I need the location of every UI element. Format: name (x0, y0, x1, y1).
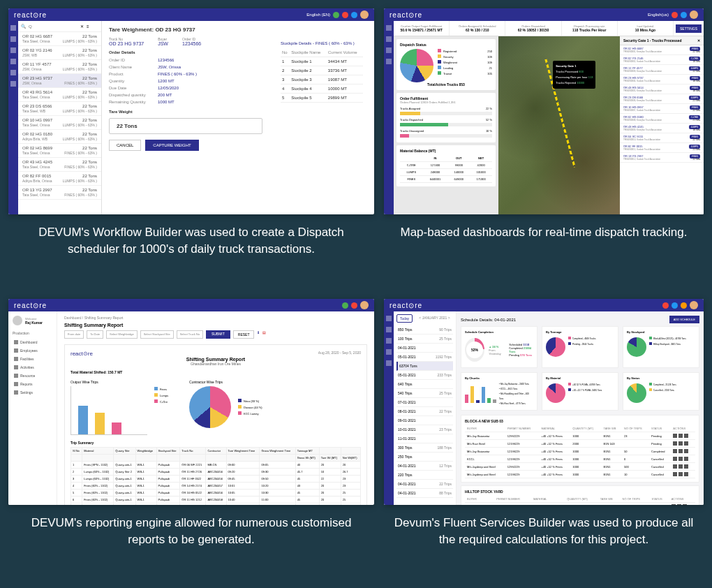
date-list-item[interactable]: 05-01-2021233 Trips (396, 371, 453, 380)
delete-icon[interactable] (684, 434, 688, 438)
delete-icon[interactable] (684, 441, 688, 446)
nav-item[interactable]: Reports (13, 380, 52, 388)
view-icon[interactable] (673, 464, 677, 469)
date-list-item[interactable]: 540 Trips25 Trips (396, 389, 453, 398)
processed-truck-row[interactable]: OR 43 HG 4245TR99200009, Keonjhar Truck … (620, 124, 704, 133)
map-icon[interactable] (386, 36, 392, 42)
date-list-item[interactable]: 11-01-2021 (396, 434, 453, 443)
apps-icon[interactable] (672, 302, 678, 309)
user-avatar[interactable] (360, 10, 369, 19)
truck-list-item[interactable]: OR 13 YG 299722 TonsTata Steel, OrissaFI… (18, 186, 101, 200)
truck-list-item[interactable]: OR 02 HG 018022 TonsAditya Birla, WBLUMP… (18, 130, 101, 144)
truck-list-item[interactable]: OR 23 HG 973722 TonsJSW, OrissaFINES ( 6… (18, 74, 101, 88)
processed-truck-row[interactable]: OR 23 HG 9737TR99200004, Suakati Truck A… (620, 75, 704, 84)
date-list-item[interactable]: 63704 Tons (396, 362, 453, 371)
date-list-item[interactable]: 07-01-2021 (396, 398, 453, 407)
nav-item[interactable]: Dashboard (13, 338, 52, 346)
stockpile-row[interactable]: 4Stockpile 410000 MT (281, 84, 363, 94)
processed-truck-row[interactable]: OR 02 YG 2146TR99200002, Suakati Truck A… (620, 55, 704, 65)
truck-list-item[interactable]: OR 11 YF 457722 TonsJSW, OrissaLUMPS ( 6… (18, 60, 101, 74)
apps-icon[interactable] (351, 12, 357, 18)
delete-icon[interactable] (684, 449, 688, 453)
language-switch[interactable]: English (EN) (306, 13, 330, 17)
search-input[interactable] (29, 24, 77, 29)
view-icon[interactable] (673, 457, 677, 461)
settings-icon[interactable] (10, 70, 16, 75)
edit-icon[interactable] (678, 464, 683, 469)
list-icon[interactable] (10, 36, 16, 42)
processed-truck-row[interactable]: OR 10 HG 0997TR99200007, Suakati Truck A… (620, 104, 704, 114)
home-icon[interactable] (386, 25, 392, 31)
date-list-item[interactable]: 640 Trips (396, 380, 453, 389)
edit-icon[interactable] (678, 457, 683, 461)
edit-icon[interactable] (677, 504, 681, 505)
gear-icon[interactable] (386, 59, 392, 64)
processed-truck-row[interactable]: OR 11 YF 4577TR99200003, Keonjhar Truck … (620, 65, 704, 75)
stockpile-row[interactable]: 5Stockpile 529899 MT (281, 94, 363, 103)
truck-list-item[interactable]: OR 02 HG 869922 TonsTata Steel, OrissaFI… (18, 144, 101, 158)
view-icon[interactable] (673, 449, 677, 453)
truck-list-item[interactable]: OR 43 RG 561422 TonsTata Steel, OrissaLU… (18, 88, 101, 102)
edit-icon[interactable] (678, 472, 683, 476)
user-avatar[interactable] (690, 10, 698, 19)
delete-icon[interactable] (684, 457, 688, 461)
delete-icon[interactable] (683, 504, 687, 505)
pdf-icon[interactable]: ▤ (262, 330, 266, 339)
chart-icon[interactable] (386, 47, 392, 53)
processed-truck-row[interactable]: OR 43 RG 5614TR99200005, Keonjhar Truck … (620, 84, 704, 94)
date-list-item[interactable]: 08-01-202122 Trips (396, 407, 453, 416)
tab-today[interactable]: Today (396, 314, 413, 323)
nav-item[interactable]: Employees (13, 346, 52, 355)
calendar-icon[interactable] (386, 327, 392, 332)
truck-list-item[interactable]: OR 10 HG 099722 TonsTata Steel, OrissaLU… (18, 116, 101, 130)
date-list-item[interactable]: 04-01-202188 Trips (396, 489, 453, 498)
delete-icon[interactable] (684, 464, 688, 469)
date-list-item[interactable]: 09-01-2021 (396, 416, 453, 425)
view-icon[interactable] (673, 434, 677, 438)
add-schedule-button[interactable]: ADD SCHEDULE (669, 316, 699, 323)
edit-icon[interactable] (678, 441, 683, 446)
edit-icon[interactable] (678, 434, 683, 438)
truck-list-item[interactable]: OR 02 HG 668722 TonsTata Steel, OrissaLU… (18, 32, 101, 46)
apps-icon[interactable] (351, 302, 357, 309)
bell-icon[interactable] (681, 302, 687, 309)
submit-button[interactable]: SUBMIT (206, 330, 230, 339)
language-switch[interactable]: English(us) (648, 13, 669, 17)
date-list-item[interactable]: 250 Trips (396, 453, 453, 462)
chart-icon[interactable] (10, 59, 16, 64)
delete-icon[interactable] (684, 472, 688, 476)
from-date-input[interactable]: From date (64, 330, 84, 339)
date-list-item[interactable]: 05-01-20211192 Trips (396, 353, 453, 362)
download-icon[interactable]: ⬇ (257, 330, 260, 339)
processed-truck-row[interactable]: OR 02 HG 0180TR99200008, Keonjhar Truck … (620, 114, 704, 124)
date-list-item[interactable]: 220 Trips (396, 471, 453, 480)
user-avatar[interactable] (690, 301, 698, 309)
search-icon[interactable]: 🔍 (21, 24, 26, 29)
view-icon[interactable] (673, 472, 677, 476)
view-icon[interactable] (673, 441, 677, 446)
home-icon[interactable] (386, 316, 392, 321)
processed-truck-row[interactable]: OR 23 DS 6566TR99200006, Keonjhar Truck … (620, 94, 704, 104)
tab-month[interactable]: < JANUARY 2021 > (416, 314, 452, 323)
processed-truck-row[interactable]: OR 04 SC 9155TR99200010, Suakati Truck A… (620, 133, 704, 143)
to-date-input[interactable]: To Date (87, 330, 103, 339)
view-icon[interactable] (672, 504, 676, 505)
date-list-item[interactable]: 100 Trips25 Trips (396, 335, 453, 344)
edit-icon[interactable] (678, 449, 683, 453)
truck-list-item[interactable]: OR 23 DS 656622 TonsTata Steel, WBLUMPS … (18, 102, 101, 116)
processed-truck-row[interactable]: OR 02 HG 6687TR99200001, Keonjhar Truck … (620, 45, 704, 55)
truck-list-item[interactable]: OR 82 FF 001522 TonsAditya Birla, Orissa… (18, 172, 101, 186)
gear-icon[interactable] (386, 360, 392, 366)
weighbridge-select[interactable]: Select Weighbridge (106, 330, 138, 339)
stockpile-row[interactable]: 2Stockpile 233736 MT (281, 66, 363, 75)
date-list-item[interactable]: 300 Trips188 Trips (396, 443, 453, 453)
truck-select[interactable]: Select Truck No (177, 330, 203, 339)
help-icon[interactable] (10, 81, 16, 87)
satellite-map[interactable]: Security Gate 1 Trucks Processed 800 Pro… (498, 36, 620, 214)
reset-button[interactable]: RESET (233, 330, 255, 339)
processed-truck-row[interactable]: OR 13 YG 2997TR99200012, Suakati Truck A… (620, 153, 704, 163)
user-avatar[interactable] (360, 301, 369, 309)
notification-icon[interactable] (662, 302, 669, 309)
notification-icon[interactable] (672, 12, 678, 18)
processed-truck-row[interactable]: OR 82 FF 0015TR99200011, Suakati Truck A… (620, 143, 704, 153)
